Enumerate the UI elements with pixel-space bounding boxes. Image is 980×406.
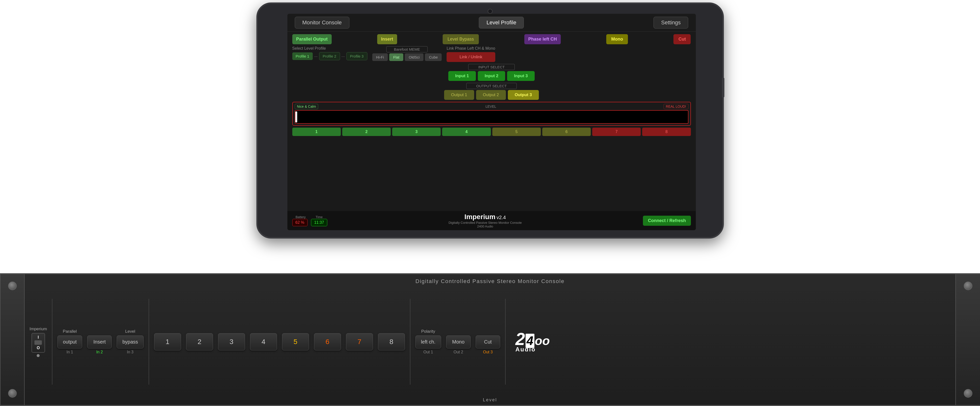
flat-btn[interactable]: Flat xyxy=(389,53,403,61)
rack-cut-btn[interactable]: Cut xyxy=(476,335,500,349)
rack-cut-sub: Out 3 xyxy=(483,350,493,354)
power-section: Imperium I O xyxy=(30,327,47,357)
rack-screw-tr xyxy=(964,282,972,290)
numbered-buttons-row: 1 2 3 4 5 6 7 8 xyxy=(292,128,691,136)
profile-sep2: — xyxy=(342,54,345,58)
tab-settings[interactable]: Settings xyxy=(654,17,689,29)
profile1-btn[interactable]: Profile 1 xyxy=(292,52,313,60)
rack-num-btn-6[interactable]: 6 xyxy=(314,333,341,350)
input-select-label: INPUT SELECT xyxy=(468,64,515,70)
input-buttons: Input 1 Input 2 Input 3 xyxy=(448,71,535,81)
rack-divider-1 xyxy=(52,299,52,385)
rack-num-btn-3[interactable]: 3 xyxy=(218,333,245,350)
rack-polarity-btn[interactable]: left ch. xyxy=(415,335,441,349)
cube-btn[interactable]: Cube xyxy=(425,53,442,61)
tab-level-profile[interactable]: Level Profile xyxy=(479,17,524,29)
level-bypass-btn[interactable]: Level Bypass xyxy=(443,34,479,44)
rack-num-btn-8[interactable]: 8 xyxy=(378,333,405,350)
oldsci-btn[interactable]: OldSci xyxy=(405,53,423,61)
top-buttons-row: Parallel Output Insert Level Bypass Phas… xyxy=(292,34,691,44)
num-btn-8[interactable]: 8 xyxy=(642,128,690,136)
logo-section: 2 4 oo Audio xyxy=(511,330,555,353)
output3-btn[interactable]: Output 3 xyxy=(508,90,539,100)
logo-2400: 2 4 oo xyxy=(515,330,550,348)
input3-btn[interactable]: Input 3 xyxy=(507,71,535,81)
input2-btn[interactable]: Input 2 xyxy=(478,71,505,81)
profile2-btn[interactable]: Profile 2 xyxy=(319,52,340,60)
link-section: Link Phase Left CH & Mono Link / Unlink xyxy=(447,46,495,62)
rack-divider-2 xyxy=(149,299,149,385)
battery-time-group: Battery 62 % Time 11:37 xyxy=(292,215,328,226)
rack-ear-right xyxy=(955,274,980,405)
app-bottom-bar: Battery 62 % Time 11:37 Imperium v2.4 xyxy=(287,211,696,230)
power-switch[interactable]: I O xyxy=(32,333,45,353)
app-nav: Monitor Console Level Profile Settings xyxy=(287,14,696,32)
power-led xyxy=(37,354,40,357)
rack-mono-group: - Mono Out 2 xyxy=(446,329,471,354)
app-title-block: Imperium v2.4 Digitally Controlled Passi… xyxy=(449,213,522,228)
app-title-main: Imperium xyxy=(465,213,496,220)
logo-audio-text: Audio xyxy=(515,346,536,353)
tablet: Monitor Console Level Profile Settings P… xyxy=(244,0,736,241)
link-unlink-btn[interactable]: Link / Unlink xyxy=(447,52,495,62)
level-header: Nice & Calm LEVEL REAL LOUD! xyxy=(295,104,689,109)
level-center-label: LEVEL xyxy=(485,105,496,108)
cut-btn[interactable]: Cut xyxy=(673,34,690,44)
rack-mono-btn[interactable]: Mono xyxy=(446,335,471,349)
app-title-version: v2.4 xyxy=(496,215,506,220)
rack-level-bypass-btn[interactable]: bypass xyxy=(117,335,143,349)
rack-num-btn-5[interactable]: 5 xyxy=(282,333,309,350)
num-btn-7[interactable]: 7 xyxy=(592,128,641,136)
num-btn-5[interactable]: 5 xyxy=(492,128,541,136)
connect-refresh-btn[interactable]: Connect / Refresh xyxy=(643,216,690,226)
rack-num-btn-2[interactable]: 2 xyxy=(186,333,213,350)
tablet-side-button xyxy=(722,78,724,97)
power-o: O xyxy=(37,346,40,350)
battery-value: 62 % xyxy=(292,219,307,226)
app-title-row: Imperium v2.4 xyxy=(449,213,522,221)
rack-top-label: Digitally Controlled Passive Stereo Moni… xyxy=(30,277,950,286)
rack-parallel-btn[interactable]: output xyxy=(57,335,83,349)
rack-num-3-group: 3 xyxy=(218,333,245,350)
hifi-btn[interactable]: Hi-Fi xyxy=(372,53,388,61)
num-btn-3[interactable]: 3 xyxy=(392,128,441,136)
profile-section: Select Level Profile Profile 1 — Profile… xyxy=(292,46,368,60)
output2-btn[interactable]: Output 2 xyxy=(476,90,506,100)
num-btn-2[interactable]: 2 xyxy=(342,128,391,136)
mono-btn[interactable]: Mono xyxy=(606,34,628,44)
rack-num-7-group: 7 xyxy=(346,333,373,350)
rack-content: Digitally Controlled Passive Stereo Moni… xyxy=(25,274,955,405)
level-slider[interactable] xyxy=(295,110,689,124)
num-btn-6[interactable]: 6 xyxy=(542,128,591,136)
profile3-btn[interactable]: Profile 3 xyxy=(347,52,368,60)
num-btn-1[interactable]: 1 xyxy=(292,128,341,136)
rack-insert-btn[interactable]: Insert xyxy=(87,335,112,349)
input1-btn[interactable]: Input 1 xyxy=(448,71,476,81)
middle-row: Select Level Profile Profile 1 — Profile… xyxy=(292,46,691,62)
power-i: I xyxy=(38,335,39,339)
num-btn-4[interactable]: 4 xyxy=(442,128,491,136)
output-buttons: Output 1 Output 2 Output 3 xyxy=(444,90,539,100)
parallel-output-btn[interactable]: Parallel Output xyxy=(292,34,332,44)
level-section: Nice & Calm LEVEL REAL LOUD! xyxy=(292,102,691,126)
output-select-section: OUTPUT SELECT Output 1 Output 2 Output 3 xyxy=(292,83,691,100)
phase-left-ch-btn[interactable]: Phase left CH xyxy=(524,34,561,44)
logo-00: oo xyxy=(535,334,550,348)
output1-btn[interactable]: Output 1 xyxy=(444,90,474,100)
level-slider-thumb xyxy=(295,111,297,122)
rack-num-btn-4[interactable]: 4 xyxy=(250,333,277,350)
tab-monitor-console[interactable]: Monitor Console xyxy=(295,17,349,29)
rack-num-6-group: 6 xyxy=(314,333,341,350)
rack-parallel-sub: In 1 xyxy=(67,350,73,354)
link-phase-label: Link Phase Left CH & Mono xyxy=(447,46,495,51)
insert-btn[interactable]: Insert xyxy=(377,34,397,44)
level-left-label: Nice & Calm xyxy=(295,104,318,109)
rack-screw-tl xyxy=(8,282,17,290)
time-label: Time xyxy=(316,215,323,219)
rack-num-btn-7[interactable]: 7 xyxy=(346,333,373,350)
barefoot-section: Barefoot MEME Hi-Fi Flat OldSci Cube xyxy=(372,46,442,61)
barefoot-label: Barefoot MEME xyxy=(386,46,428,52)
rack-polarity-label: Polarity xyxy=(421,329,435,334)
rack-screw-bl xyxy=(8,389,17,398)
rack-num-btn-1[interactable]: 1 xyxy=(154,333,181,350)
